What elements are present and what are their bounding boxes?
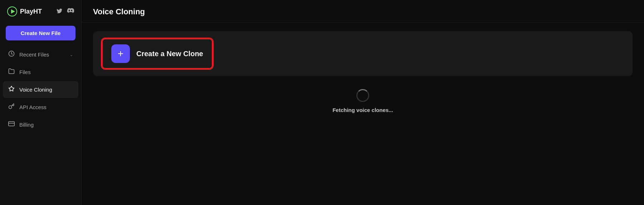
logo-text: PlayHT [20, 8, 42, 15]
sidebar-nav: Recent Files ⌄ Files Voice Cloning [0, 46, 81, 133]
social-links [56, 7, 74, 16]
sidebar-item-api-access[interactable]: API Access [3, 99, 78, 116]
svg-rect-4 [9, 122, 15, 126]
main-body: + Create a New Clone Fetching voice clon… [82, 23, 644, 205]
create-new-clone-button[interactable]: + Create a New Clone [102, 38, 213, 69]
sidebar-item-voice-cloning[interactable]: Voice Cloning [3, 81, 78, 98]
main-content: Voice Cloning + Create a New Clone Fetch… [82, 0, 644, 205]
create-clone-icon-wrap: + [111, 44, 130, 63]
sidebar-item-voice-cloning-label: Voice Cloning [19, 87, 73, 93]
loading-area: Fetching voice clones... [93, 89, 633, 113]
key-icon [8, 103, 15, 111]
sidebar-item-api-access-label: API Access [19, 104, 73, 110]
billing-icon [8, 121, 15, 129]
sidebar-item-billing[interactable]: Billing [3, 116, 78, 133]
page-title: Voice Cloning [93, 7, 633, 16]
create-clone-label: Create a New Clone [136, 50, 203, 58]
loading-spinner [356, 89, 369, 102]
discord-icon[interactable] [67, 7, 74, 16]
plus-icon: + [118, 49, 123, 59]
sidebar: PlayHT Create New File [0, 0, 82, 205]
svg-marker-1 [11, 9, 15, 14]
page-header: Voice Cloning [82, 0, 644, 23]
folder-icon [8, 68, 15, 76]
sidebar-item-recent-files-label: Recent Files [19, 52, 65, 58]
voice-cloning-icon [8, 86, 15, 94]
clock-icon [8, 50, 15, 59]
loading-text: Fetching voice clones... [332, 107, 393, 113]
playht-logo-icon [7, 6, 17, 16]
sidebar-item-recent-files[interactable]: Recent Files ⌄ [3, 46, 78, 63]
sidebar-item-files[interactable]: Files [3, 64, 78, 80]
create-new-file-button[interactable]: Create New File [6, 26, 75, 40]
chevron-down-icon: ⌄ [69, 52, 73, 57]
logo-area: PlayHT [0, 0, 81, 23]
twitter-icon[interactable] [56, 8, 63, 15]
clone-card-wrapper: + Create a New Clone [93, 31, 633, 76]
sidebar-item-files-label: Files [19, 69, 73, 75]
sidebar-item-billing-label: Billing [19, 122, 73, 128]
svg-marker-3 [9, 86, 14, 91]
